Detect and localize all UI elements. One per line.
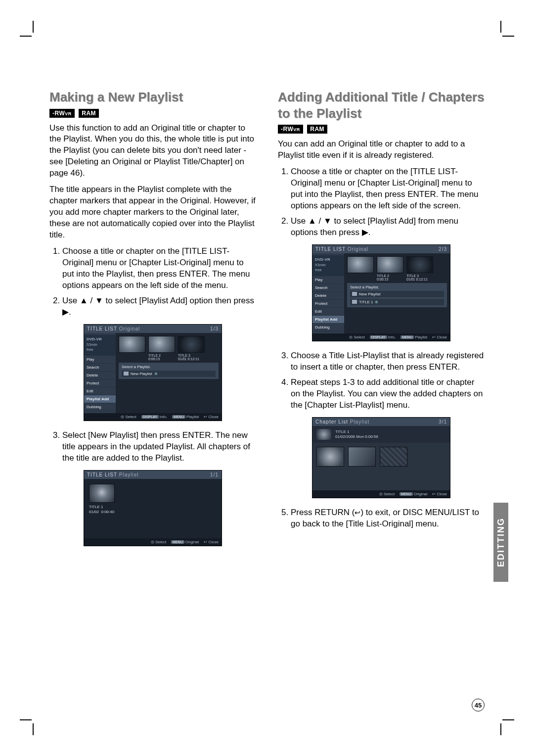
right-steps-final: Press RETURN (↩) to exit, or DISC MENU/L… [278, 507, 485, 530]
plus-icon: ⊕ [375, 300, 378, 304]
section-tab-editting: EDITTING [493, 503, 508, 582]
figure-main-area: TITLE 20:00:15 TITLE 301/01 0:12:11 Sele… [116, 333, 222, 414]
right-steps: Choose a title or chapter on the [TITLE … [278, 166, 485, 238]
select-icon: ◎ [121, 415, 124, 419]
right-heading: Adding Additional Title / Chapters to th… [278, 89, 485, 121]
figure-sidebar: DVD-VR 53min free Play Search Delete Pro… [312, 253, 344, 334]
left-para-1: Use this function to add an Original tit… [49, 123, 256, 180]
sidebar-item-delete: Delete [84, 372, 116, 379]
sidebar-item-playlist-add: Playlist Add [84, 395, 116, 403]
new-playlist-row: New Playlist [350, 291, 444, 297]
select-icon: ◎ [151, 540, 154, 544]
figure-title-list-original-2: TITLE LIST Original 2/3 DVD-VR 53min fre… [312, 244, 450, 342]
figure-header: TITLE LIST Playlist 1/1 [84, 471, 222, 479]
folder-icon [124, 372, 129, 376]
figure-header: TITLE LIST Original 1/3 [84, 325, 222, 333]
figure-footer: ◎ Select DISPLAYInfo. MENUPlaylist ↩ Clo… [84, 413, 222, 421]
figure-main-area: TITLE 20:00:15 TITLE 301/01 0:12:11 Sele… [344, 253, 450, 334]
right-column: Adding Additional Title / Chapters to th… [278, 89, 485, 555]
return-icon: ↩ [432, 492, 436, 496]
left-steps-continued: Select [New Playlist] then press ENTER. … [49, 430, 256, 464]
figure-footer: ◎ Select DISPLAYInfo. MENUPlaylist ↩ Clo… [312, 333, 450, 341]
thumbnail-icon [377, 256, 403, 273]
badge-ram: RAM [307, 125, 327, 134]
right-badges: -RWVR RAM [278, 124, 485, 134]
right-step-5: Press RETURN (↩) to exit, or DISC MENU/L… [291, 507, 485, 530]
return-icon: ↩ [204, 540, 207, 544]
sidebar-item-protect: Protect [312, 300, 344, 308]
sidebar-item-playlist-add: Playlist Add [312, 316, 344, 324]
menu-key-icon: MENU [171, 540, 184, 544]
select-icon: ◎ [379, 492, 383, 496]
page-number: 45 [472, 699, 485, 711]
up-down-arrows-icon: ▲ / ▼ [80, 296, 103, 305]
select-playlist-panel: Select a Playlist. New Playlist ⊕ [119, 363, 219, 379]
new-playlist-row: New Playlist ⊕ [122, 371, 216, 377]
right-arrow-icon: ▶ [62, 307, 69, 317]
return-icon: ↩ [432, 335, 436, 339]
figure-sidebar-disc-info: DVD-VR 53min free [312, 255, 344, 277]
chapter-header-row: TITLE 1 01/02/2006 Mon 0:00:58 [312, 426, 450, 443]
right-step-2: Use ▲ / ▼ to select [Playlist Add] from … [291, 216, 485, 238]
figure-header: TITLE LIST Original 2/3 [312, 245, 450, 253]
right-para-1: You can add an Original title or chapter… [278, 139, 485, 161]
right-steps-continued: Choose a Title List-Playlist that is alr… [278, 350, 485, 411]
thumbnail-icon [316, 429, 331, 440]
left-steps: Choose a title or chapter on the [TITLE … [49, 246, 256, 318]
sidebar-item-search: Search [312, 284, 344, 292]
existing-title-row: TITLE 1 ⊕ [350, 299, 444, 305]
sidebar-item-play: Play [312, 276, 344, 284]
sidebar-item-protect: Protect [84, 379, 116, 387]
select-icon: ◎ [349, 335, 353, 339]
thumbnail-icon [316, 447, 344, 467]
badge-rwvr: -RWVR [49, 109, 75, 118]
thumbnail-icon [380, 447, 407, 467]
thumbnail-icon [119, 336, 145, 353]
thumbnail-icon [406, 256, 433, 273]
chapter-thumbs-row [312, 443, 450, 471]
menu-key-icon: MENU [400, 492, 413, 496]
return-arrow-icon: ↩ [355, 508, 360, 518]
thumbnail-icon [148, 336, 175, 353]
figure-sidebar-disc-info: DVD-VR 53min free [84, 335, 116, 356]
figure-title-list-original: TITLE LIST Original 1/3 DVD-VR 53min fre… [84, 324, 222, 422]
sidebar-item-dubbing: Dubbing [84, 403, 116, 411]
left-step-1: Choose a title or chapter on the [TITLE … [62, 246, 256, 291]
sidebar-item-search: Search [84, 364, 116, 372]
sidebar-item-edit: Edit [312, 308, 344, 316]
left-column: Making a New Playlist -RWVR RAM Use this… [49, 89, 256, 555]
badge-ram: RAM [79, 109, 99, 118]
sidebar-item-edit: Edit [84, 387, 116, 395]
right-arrow-icon: ▶ [362, 228, 368, 237]
left-step-3: Select [New Playlist] then press ENTER. … [62, 430, 256, 464]
select-playlist-panel: Select a Playlist. New Playlist TITLE 1 … [347, 283, 447, 307]
display-key-icon: DISPLAY [141, 415, 159, 419]
figure-chapter-list-playlist: Chapter List Playlist 3/1 TITLE 1 01/02/… [312, 417, 450, 498]
folder-icon [352, 292, 357, 296]
display-key-icon: DISPLAY [370, 335, 387, 339]
playlist-title-info: TITLE 1 01/02 0:00:40 [89, 505, 115, 514]
figure-header: Chapter List Playlist 3/1 [312, 418, 450, 426]
plus-icon: ⊕ [154, 372, 158, 376]
sidebar-item-delete: Delete [312, 292, 344, 300]
figure-footer: ◎ Select MENUOriginal ↩ Close [84, 538, 222, 546]
thumbnail-icon [348, 447, 376, 467]
figure-footer: ◎ Select MENUOriginal ↩ Close [312, 490, 450, 498]
figure-title-list-playlist: TITLE LIST Playlist 1/1 TITLE 1 01/02 0:… [84, 470, 222, 546]
menu-key-icon: MENU [400, 335, 414, 339]
right-step-3: Choose a Title List-Playlist that is alr… [291, 350, 485, 373]
left-para-2: The title appears in the Playlist comple… [49, 184, 256, 241]
badge-rwvr: -RWVR [278, 125, 303, 134]
return-icon: ↩ [204, 415, 207, 419]
thumbnail-icon [347, 256, 374, 273]
thumbnail-icon [89, 484, 115, 503]
left-step-2: Use ▲ / ▼ to select [Playlist Add] optio… [62, 295, 256, 318]
sidebar-item-play: Play [84, 356, 116, 364]
up-down-arrows-icon: ▲ / ▼ [308, 216, 332, 226]
sidebar-item-dubbing: Dubbing [312, 324, 344, 331]
menu-key-icon: MENU [172, 415, 185, 419]
left-heading: Making a New Playlist [49, 89, 256, 105]
two-column-layout: Making a New Playlist -RWVR RAM Use this… [49, 89, 485, 555]
thumbnail-icon [178, 336, 205, 353]
left-badges: -RWVR RAM [49, 108, 256, 118]
